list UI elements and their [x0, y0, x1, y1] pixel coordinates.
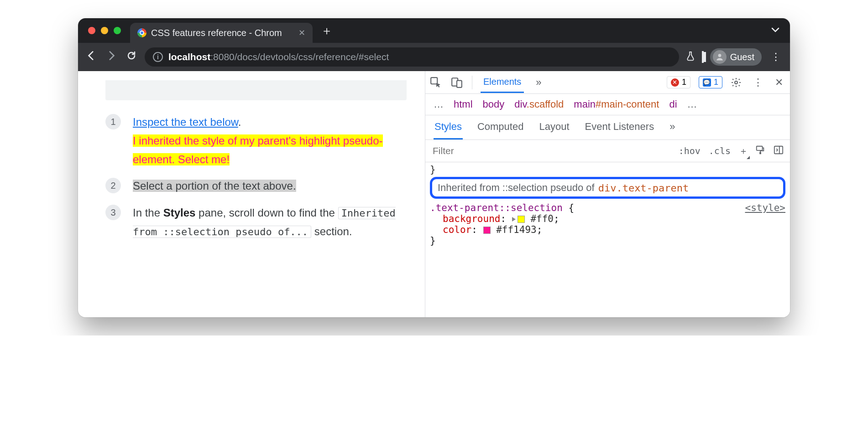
inspect-link[interactable]: Inspect the text below	[133, 116, 238, 128]
css-rule-header: .text-parent::selection { <style>	[430, 202, 785, 213]
device-toggle-icon[interactable]	[451, 77, 464, 88]
browser-toolbar: i localhost:8080/docs/devtools/css/refer…	[78, 43, 790, 71]
svg-point-4	[735, 81, 737, 84]
messages-badge[interactable]: 💬 1	[699, 76, 722, 88]
window-controls	[88, 27, 121, 34]
settings-icon[interactable]	[731, 77, 743, 88]
tab-title: CSS features reference - Chrom	[151, 28, 282, 38]
svg-rect-3	[457, 80, 462, 87]
step-3: In the Styles pane, scroll down to find …	[105, 204, 407, 241]
close-tab-icon[interactable]: ✕	[298, 28, 305, 38]
close-devtools-icon[interactable]: ✕	[773, 77, 785, 88]
inspect-element-icon[interactable]	[430, 77, 443, 88]
subtab-computed[interactable]: Computed	[476, 115, 525, 139]
errors-badge[interactable]: ✕ 1	[667, 76, 690, 88]
profile-label: Guest	[730, 52, 754, 62]
subtab-overflow-icon[interactable]: »	[669, 115, 676, 139]
content-area: Inspect the text below. I inherited the …	[78, 71, 790, 317]
new-style-rule-button[interactable]: ＋	[739, 145, 747, 157]
crumb-div[interactable]: div.scaffold	[514, 98, 564, 110]
back-button[interactable]	[84, 50, 98, 64]
styles-subtabs: Styles Computed Layout Event Listeners »	[425, 115, 790, 140]
titlebar: CSS features reference - Chrom ✕ ＋	[78, 18, 790, 43]
color-swatch-yellow[interactable]	[518, 216, 525, 223]
step-2: Select a portion of the text above.	[105, 177, 407, 196]
tabs-overflow-icon[interactable]: »	[532, 77, 545, 88]
css-selector[interactable]: .text-parent::selection	[430, 202, 563, 213]
tab-elements[interactable]: Elements	[481, 72, 524, 93]
inherited-from-selector[interactable]: div.text-parent	[598, 182, 689, 194]
side-panel-icon[interactable]	[702, 52, 704, 62]
cls-toggle[interactable]: .cls	[709, 145, 731, 156]
subtab-styles[interactable]: Styles	[434, 115, 463, 139]
svg-rect-6	[759, 152, 761, 154]
step-2-text[interactable]: Select a portion of the text above.	[133, 180, 296, 192]
rule-source-link[interactable]: <style>	[745, 202, 785, 213]
inherited-from-header: Inherited from ::selection pseudo of div…	[430, 177, 785, 199]
kebab-menu-icon[interactable]: ⋮	[752, 77, 764, 88]
close-window-icon[interactable]	[88, 27, 95, 34]
browser-menu-icon[interactable]: ⋮	[768, 51, 784, 63]
toggle-sidebar-icon[interactable]	[774, 145, 784, 157]
new-tab-button[interactable]: ＋	[321, 23, 333, 39]
subtab-layout[interactable]: Layout	[538, 115, 570, 139]
css-declaration-background[interactable]: background: #ff0;	[430, 213, 785, 224]
avatar-icon	[713, 50, 727, 64]
crumb-di[interactable]: di	[669, 98, 677, 110]
step-1: Inspect the text below. I inherited the …	[105, 113, 407, 169]
subtab-event-listeners[interactable]: Event Listeners	[584, 115, 655, 139]
message-icon: 💬	[703, 78, 711, 87]
address-bar[interactable]: i localhost:8080/docs/devtools/css/refer…	[145, 47, 679, 67]
svg-rect-7	[774, 146, 783, 154]
highlighted-text[interactable]: I inherited the style of my parent's hig…	[133, 134, 383, 165]
devtools-topbar: Elements » ✕ 1 💬 1 ⋮ ✕	[425, 71, 790, 94]
crumb-html[interactable]: html	[454, 98, 473, 110]
minimize-window-icon[interactable]	[101, 27, 108, 34]
paint-icon[interactable]	[755, 145, 765, 157]
color-swatch-pink[interactable]	[483, 227, 491, 234]
reload-button[interactable]	[125, 50, 138, 64]
styles-pane[interactable]: } Inherited from ::selection pseudo of d…	[425, 162, 790, 255]
maximize-window-icon[interactable]	[114, 27, 121, 34]
browser-tab[interactable]: CSS features reference - Chrom ✕	[130, 23, 313, 43]
crumb-main[interactable]: main#main-content	[574, 98, 659, 110]
styles-filter-input[interactable]	[432, 143, 670, 159]
svg-rect-5	[757, 146, 763, 150]
svg-point-0	[718, 54, 721, 57]
crumb-ellipsis-left[interactable]: …	[434, 98, 444, 110]
hov-toggle[interactable]: :hov	[679, 145, 701, 156]
error-icon: ✕	[671, 78, 679, 87]
url-text: localhost:8080/docs/devtools/css/referen…	[168, 52, 389, 62]
profile-chip[interactable]: Guest	[710, 48, 762, 66]
expand-icon[interactable]	[512, 217, 516, 222]
forward-button[interactable]	[105, 50, 118, 64]
devtools-panel: Elements » ✕ 1 💬 1 ⋮ ✕ … html	[425, 71, 790, 317]
crumb-body[interactable]: body	[483, 98, 505, 110]
css-declaration-color[interactable]: color: #ff1493;	[430, 224, 785, 235]
page-banner	[105, 80, 407, 100]
tabs-overflow-icon[interactable]	[771, 25, 780, 36]
labs-icon[interactable]	[685, 51, 695, 64]
styles-filter-bar: :hov .cls ＋	[425, 140, 790, 162]
dom-breadcrumb[interactable]: … html body div.scaffold main#main-conte…	[425, 94, 790, 115]
instructions-list: Inspect the text below. I inherited the …	[105, 113, 407, 241]
browser-window: CSS features reference - Chrom ✕ ＋ i loc…	[78, 18, 790, 317]
site-info-icon[interactable]: i	[153, 52, 163, 62]
brace-close: }	[430, 235, 785, 246]
chrome-icon	[137, 28, 146, 37]
page-content: Inspect the text below. I inherited the …	[78, 71, 425, 317]
crumb-ellipsis-right[interactable]: …	[687, 98, 697, 110]
